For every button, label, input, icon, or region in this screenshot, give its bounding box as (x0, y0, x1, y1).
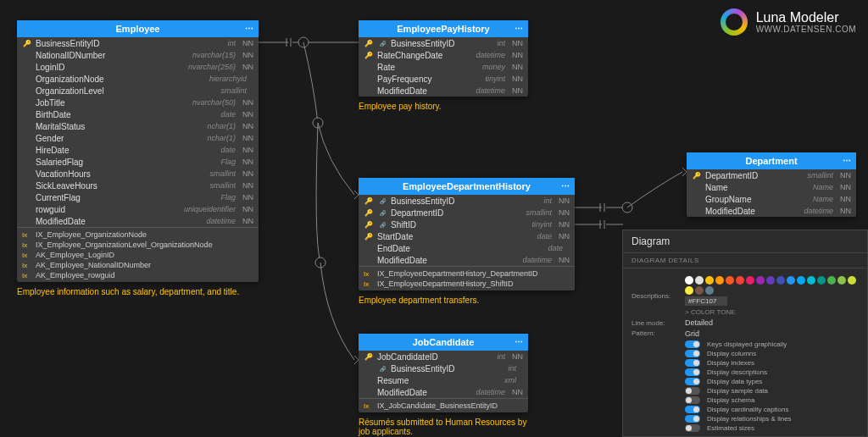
color-swatch[interactable] (807, 276, 815, 285)
column-row[interactable]: 🔑BusinessEntityIDintNN (17, 37, 259, 49)
column-row[interactable]: rowguiduniqueidentifierNN (17, 203, 259, 215)
entity-header[interactable]: Employee⋯ (17, 20, 259, 37)
index-row[interactable]: IxIX_Employee_OrganizationNode (17, 230, 259, 240)
column-row[interactable]: RatemoneyNN (359, 61, 528, 73)
column-row[interactable]: CurrentFlagFlagNN (17, 191, 259, 203)
entity-menu-icon[interactable]: ⋯ (515, 337, 523, 346)
column-row[interactable]: 🔑🔗BusinessEntityIDintNN (359, 37, 528, 49)
color-swatch[interactable] (746, 276, 754, 285)
hex-input[interactable]: #FFC107 (685, 296, 727, 306)
entity-employee[interactable]: Employee⋯🔑BusinessEntityIDintNNNationalI… (17, 20, 259, 282)
color-swatch[interactable] (685, 276, 693, 285)
color-swatch[interactable] (695, 286, 704, 295)
column-row[interactable]: 🔑JobCandidateIDintNN (359, 351, 528, 362)
index-row[interactable]: IxIX_EmployeeDepartmentHistory_Departmen… (359, 268, 575, 279)
color-swatch[interactable] (848, 276, 856, 285)
entity-header[interactable]: EmployeeDepartmentHistory⋯ (359, 178, 575, 195)
color-swatch[interactable] (787, 276, 795, 285)
toggle-switch[interactable] (685, 359, 700, 367)
column-row[interactable]: EndDatedate (359, 242, 575, 254)
color-swatch[interactable] (766, 276, 775, 285)
column-row[interactable]: ModifiedDatedatetimeNN (687, 205, 856, 217)
color-swatch[interactable] (695, 276, 704, 285)
entity-menu-icon[interactable]: ⋯ (561, 181, 570, 191)
column-row[interactable]: 🔑🔗BusinessEntityIDintNN (359, 195, 575, 207)
toggle-switch[interactable] (685, 387, 700, 395)
toggle-switch[interactable] (685, 415, 700, 423)
index-row[interactable]: IxAK_Employee_LoginID (17, 250, 259, 260)
column-row[interactable]: ModifiedDatedatetimeNN (359, 386, 528, 398)
linemode-value[interactable]: Detailed (685, 318, 713, 327)
pk-icon: 🔑 (364, 197, 374, 205)
color-swatch[interactable] (776, 276, 785, 285)
toggle-switch[interactable] (685, 368, 700, 376)
toggle-switch[interactable] (685, 424, 700, 432)
index-row[interactable]: IxIX_Employee_OrganizationLevel_Organiza… (17, 240, 259, 250)
entity-depthistory[interactable]: EmployeeDepartmentHistory⋯🔑🔗BusinessEnti… (359, 178, 575, 290)
color-swatch[interactable] (827, 276, 836, 285)
column-row[interactable]: OrganizationLevelsmallint (17, 85, 259, 97)
column-row[interactable]: 🔑DepartmentIDsmallintNN (687, 169, 856, 181)
toggle-switch[interactable] (685, 378, 700, 385)
color-swatches[interactable] (685, 276, 859, 295)
column-row[interactable]: OrganizationNodehierarchyid (17, 73, 259, 85)
column-row[interactable]: NationalIDNumbernvarchar(15)NN (17, 49, 259, 61)
entity-menu-icon[interactable]: ⋯ (515, 24, 523, 33)
column-row[interactable]: 🔑🔗ShiftIDtinyintNN (359, 218, 575, 230)
entity-header[interactable]: JobCandidate⋯ (359, 334, 528, 351)
color-swatch[interactable] (715, 276, 724, 285)
index-name: IX_Employee_OrganizationLevel_Organizati… (36, 241, 213, 249)
column-row[interactable]: 🔗BusinessEntityIDint (359, 362, 528, 374)
colortone-toggle[interactable]: > COLOR TONE (685, 308, 859, 316)
column-row[interactable]: NameNameNN (687, 181, 856, 193)
logo-name: Luna Modeler (756, 10, 856, 25)
toggle-switch[interactable] (685, 350, 700, 357)
index-row[interactable]: IxAK_Employee_NationalIDNumber (17, 260, 259, 270)
column-nn: NN (840, 195, 851, 203)
toggle-switch[interactable] (685, 396, 700, 404)
column-row[interactable]: ModifiedDatedatetimeNN (359, 254, 575, 266)
entity-header[interactable]: Department⋯ (687, 152, 856, 169)
color-swatch[interactable] (726, 276, 734, 285)
color-swatch[interactable] (736, 276, 744, 285)
column-row[interactable]: 🔑StartDatedateNN (359, 230, 575, 242)
column-row[interactable]: ModifiedDatedatetimeNN (359, 85, 528, 97)
column-row[interactable]: SalariedFlagFlagNN (17, 156, 259, 168)
index-row[interactable]: IxIX_JobCandidate_BusinessEntityID (359, 401, 528, 411)
color-swatch[interactable] (817, 276, 826, 285)
column-row[interactable]: LoginIDnvarchar(256)NN (17, 61, 259, 73)
color-swatch[interactable] (705, 276, 714, 285)
entity-menu-icon[interactable]: ⋯ (245, 24, 253, 33)
toggle-switch[interactable] (685, 340, 700, 348)
column-row[interactable]: Resumexml (359, 374, 528, 386)
diagram-panel[interactable]: Diagram DIAGRAM DETAILS Descriptions: #F… (622, 230, 868, 437)
color-swatch[interactable] (756, 276, 765, 285)
color-swatch[interactable] (685, 286, 693, 295)
column-row[interactable]: MaritalStatusnchar(1)NN (17, 120, 259, 132)
entity-menu-icon[interactable]: ⋯ (843, 156, 851, 165)
column-row[interactable]: ModifiedDatedatetimeNN (17, 215, 259, 227)
column-row[interactable]: VacationHourssmallintNN (17, 168, 259, 180)
color-swatch[interactable] (797, 276, 805, 285)
column-row[interactable]: 🔑RateChangeDatedatetimeNN (359, 49, 528, 61)
column-row[interactable]: SickLeaveHourssmallintNN (17, 180, 259, 191)
entity-payhistory[interactable]: EmployeePayHistory⋯🔑🔗BusinessEntityIDint… (359, 20, 528, 97)
entity-header[interactable]: EmployeePayHistory⋯ (359, 20, 528, 37)
index-row[interactable]: IxAK_Employee_rowguid (17, 270, 259, 280)
index-row[interactable]: IxIX_EmployeeDepartmentHistory_ShiftID (359, 279, 575, 289)
column-nn: NN (242, 205, 253, 213)
pattern-value[interactable]: Grid (685, 329, 859, 338)
pk-icon: 🔑 (364, 221, 374, 229)
column-row[interactable]: BirthDatedateNN (17, 108, 259, 120)
color-swatch[interactable] (705, 286, 714, 295)
column-row[interactable]: GroupNameNameNN (687, 193, 856, 205)
entity-department[interactable]: Department⋯🔑DepartmentIDsmallintNNNameNa… (687, 152, 856, 217)
entity-jobcandidate[interactable]: JobCandidate⋯🔑JobCandidateIDintNN🔗Busine… (359, 334, 528, 412)
column-row[interactable]: HireDatedateNN (17, 144, 259, 156)
toggle-switch[interactable] (685, 406, 700, 413)
column-row[interactable]: JobTitlenvarchar(50)NN (17, 97, 259, 108)
column-row[interactable]: PayFrequencytinyintNN (359, 73, 528, 85)
color-swatch[interactable] (837, 276, 846, 285)
column-row[interactable]: 🔑🔗DepartmentIDsmallintNN (359, 207, 575, 218)
column-row[interactable]: Gendernchar(1)NN (17, 132, 259, 144)
